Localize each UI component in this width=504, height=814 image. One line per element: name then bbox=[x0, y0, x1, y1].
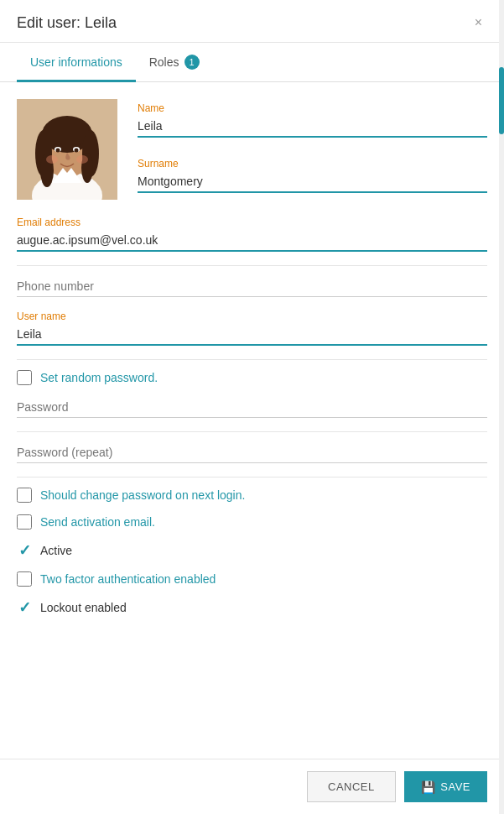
svg-point-11 bbox=[56, 149, 60, 153]
change-password-checkbox[interactable] bbox=[17, 488, 32, 503]
save-icon: 💾 bbox=[421, 780, 436, 794]
name-field-group: Name bbox=[138, 102, 487, 138]
save-label: SAVE bbox=[440, 780, 470, 793]
set-random-password-label[interactable]: Set random password. bbox=[40, 371, 158, 384]
divider-2 bbox=[17, 359, 487, 360]
set-random-password-row: Set random password. bbox=[17, 370, 487, 385]
name-label: Name bbox=[138, 102, 487, 114]
username-input[interactable] bbox=[17, 324, 487, 346]
two-factor-label[interactable]: Two factor authentication enabled bbox=[40, 572, 216, 586]
name-fields: Name Surname bbox=[138, 99, 487, 200]
tab-user-informations-label: User informations bbox=[30, 55, 122, 69]
active-row: ✓ Active bbox=[17, 541, 487, 560]
lockout-label: Lockout enabled bbox=[40, 601, 127, 614]
email-input[interactable] bbox=[17, 230, 487, 252]
username-field-group: User name bbox=[17, 310, 487, 346]
two-factor-checkbox[interactable] bbox=[17, 571, 32, 587]
name-input[interactable] bbox=[138, 116, 487, 138]
scrollbar-thumb[interactable] bbox=[499, 67, 504, 134]
divider-1 bbox=[17, 265, 487, 266]
surname-input[interactable] bbox=[138, 171, 487, 193]
set-random-password-checkbox[interactable] bbox=[17, 370, 32, 385]
divider-3 bbox=[17, 431, 487, 432]
svg-point-14 bbox=[76, 155, 88, 164]
password-field-group bbox=[17, 397, 487, 418]
username-label: User name bbox=[17, 310, 487, 322]
active-checkmark-icon: ✓ bbox=[17, 541, 32, 560]
profile-row: Name Surname bbox=[17, 99, 487, 200]
password-repeat-field-group bbox=[17, 442, 487, 463]
modal-body: Name Surname Email address User name bbox=[0, 82, 504, 696]
password-input[interactable] bbox=[17, 397, 487, 418]
cancel-button[interactable]: CANCEL bbox=[307, 771, 396, 802]
modal-footer: CANCEL 💾 SAVE bbox=[0, 759, 504, 814]
roles-badge: 1 bbox=[184, 55, 200, 70]
tab-roles[interactable]: Roles 1 bbox=[136, 43, 213, 82]
lockout-checkmark-icon: ✓ bbox=[17, 598, 32, 617]
two-factor-row: Two factor authentication enabled bbox=[17, 571, 487, 587]
tab-bar: User informations Roles 1 bbox=[0, 43, 504, 82]
avatar bbox=[17, 99, 117, 200]
phone-input[interactable] bbox=[17, 276, 487, 297]
scrollbar-track bbox=[499, 0, 504, 814]
activation-email-label[interactable]: Send activation email. bbox=[40, 515, 155, 529]
email-field-group: Email address bbox=[17, 217, 487, 252]
surname-label: Surname bbox=[138, 158, 487, 170]
save-button[interactable]: 💾 SAVE bbox=[404, 771, 487, 802]
modal-header: Edit user: Leila × bbox=[0, 0, 504, 43]
close-button[interactable]: × bbox=[470, 13, 487, 32]
modal-title: Edit user: Leila bbox=[17, 14, 117, 32]
edit-user-modal: Edit user: Leila × User informations Rol… bbox=[0, 0, 504, 814]
activation-email-checkbox[interactable] bbox=[17, 514, 32, 530]
phone-field-group bbox=[17, 276, 487, 297]
surname-field-group: Surname bbox=[138, 158, 487, 193]
activation-email-row: Send activation email. bbox=[17, 514, 487, 530]
email-label: Email address bbox=[17, 217, 487, 228]
divider-4 bbox=[17, 477, 487, 477]
active-label: Active bbox=[40, 544, 72, 557]
svg-point-12 bbox=[75, 149, 79, 153]
lockout-row: ✓ Lockout enabled bbox=[17, 598, 487, 617]
change-password-row: Should change password on next login. bbox=[17, 488, 487, 503]
tab-roles-label: Roles bbox=[149, 55, 179, 69]
change-password-label[interactable]: Should change password on next login. bbox=[40, 488, 245, 502]
tab-user-informations[interactable]: User informations bbox=[17, 43, 136, 82]
svg-point-13 bbox=[46, 155, 58, 164]
avatar-svg bbox=[17, 99, 117, 200]
password-repeat-input[interactable] bbox=[17, 442, 487, 463]
